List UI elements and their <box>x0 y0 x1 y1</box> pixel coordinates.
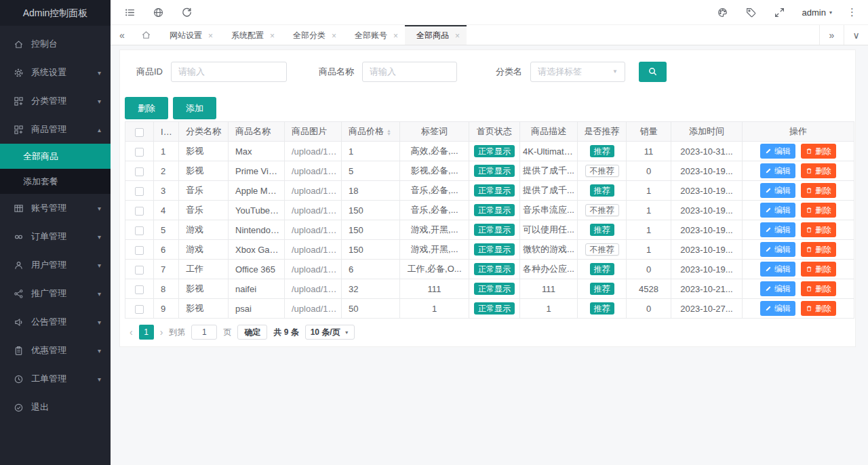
user-menu[interactable]: admin ▾ <box>802 7 832 18</box>
next-page-icon[interactable]: › <box>160 327 163 338</box>
row-checkbox[interactable] <box>135 305 144 314</box>
cell-added-time: 2023-10-19... <box>671 201 743 220</box>
sidebar-item-account-management[interactable]: 账号管理▾ <box>0 194 111 222</box>
row-checkbox[interactable] <box>135 266 144 275</box>
edit-button[interactable]: 编辑 <box>760 183 795 198</box>
edit-button[interactable]: 编辑 <box>760 144 795 159</box>
sidebar-item-discount-management[interactable]: 优惠管理▾ <box>0 336 111 365</box>
sort-icon[interactable]: ▲▼ <box>172 129 177 136</box>
tab-site-settings[interactable]: 网站设置× <box>158 25 220 45</box>
tab-close-icon[interactable]: × <box>393 31 398 41</box>
sidebar-subitem-all-products[interactable]: 全部商品 <box>0 144 111 169</box>
tab-system-config[interactable]: 系统配置× <box>220 25 281 45</box>
edit-button[interactable]: 编辑 <box>760 242 795 257</box>
sidebar-item-order-management[interactable]: 订单管理▾ <box>0 222 111 251</box>
edit-button[interactable]: 编辑 <box>760 203 795 218</box>
cell-name: Nintendo S... <box>229 220 285 240</box>
delete-selected-button[interactable]: 删除 <box>125 97 168 119</box>
refresh-icon[interactable] <box>181 7 193 18</box>
row-checkbox[interactable] <box>135 167 144 176</box>
sidebar-item-user-management[interactable]: 用户管理▾ <box>0 251 111 279</box>
edit-button[interactable]: 编辑 <box>760 262 795 277</box>
edit-button[interactable]: 编辑 <box>760 163 795 178</box>
row-checkbox[interactable] <box>135 226 144 235</box>
column-header-2: 分类名称 <box>179 122 229 142</box>
search-button[interactable] <box>639 62 667 82</box>
goto-page-input[interactable] <box>191 325 217 340</box>
row-checkbox[interactable] <box>135 187 144 196</box>
delete-button[interactable]: 删除 <box>801 163 836 178</box>
tabs-menu-icon[interactable]: ∨ <box>844 25 868 45</box>
tag-icon[interactable] <box>745 7 757 18</box>
delete-button[interactable]: 删除 <box>801 144 836 159</box>
page-size-label: 10 条/页 <box>311 327 340 338</box>
row-checkbox[interactable] <box>135 207 144 216</box>
status-badge: 正常显示 <box>474 184 515 197</box>
tabs-scroll-left-icon[interactable]: « <box>111 25 134 45</box>
column-header-3: 商品名称 <box>229 122 285 142</box>
cell-description: 提供了成千... <box>520 161 578 181</box>
tab-all-categories[interactable]: 全部分类× <box>281 25 343 45</box>
product-name-input[interactable] <box>362 62 457 82</box>
goto-confirm-button[interactable]: 确定 <box>237 325 267 340</box>
menu-collapse-icon[interactable] <box>124 7 136 18</box>
sidebar-item-announcement-management[interactable]: 公告管理▾ <box>0 308 111 336</box>
globe-icon[interactable] <box>153 7 164 18</box>
edit-button-label: 编辑 <box>774 165 791 177</box>
prev-page-icon[interactable]: ‹ <box>130 327 133 338</box>
delete-button[interactable]: 删除 <box>801 183 836 198</box>
column-header-1[interactable]: ID▲▼ <box>154 122 179 142</box>
sidebar-item-product-management[interactable]: 商品管理▴ <box>0 115 111 144</box>
delete-button[interactable]: 删除 <box>801 281 836 296</box>
delete-button[interactable]: 删除 <box>801 203 836 218</box>
category-select[interactable]: 请选择标签 ▼ <box>530 62 625 82</box>
sidebar-item-category-management[interactable]: 分类管理▾ <box>0 87 111 115</box>
products-panel: 商品ID 商品名称 分类名 请选择标签 ▼ 删除 添加 <box>119 49 856 347</box>
tab-all-accounts[interactable]: 全部账号× <box>343 25 405 45</box>
delete-button[interactable]: 删除 <box>801 301 836 316</box>
current-page-button[interactable]: 1 <box>139 325 154 340</box>
palette-icon[interactable] <box>717 7 728 18</box>
cell-actions: 编辑删除 <box>743 260 854 279</box>
edit-button[interactable]: 编辑 <box>760 281 795 296</box>
user-icon <box>14 260 24 270</box>
edit-button-label: 编辑 <box>774 224 791 236</box>
cell-added-time: 2023-10-27... <box>671 299 743 319</box>
chevron-down-icon: ▾ <box>98 98 101 105</box>
product-id-input[interactable] <box>171 62 287 82</box>
pencil-icon <box>765 148 772 155</box>
edit-button[interactable]: 编辑 <box>760 301 795 316</box>
row-checkbox[interactable] <box>135 246 144 255</box>
pencil-icon <box>765 305 772 312</box>
delete-button[interactable]: 删除 <box>801 242 836 257</box>
page-size-select[interactable]: 10 条/页 ▼ <box>305 325 355 340</box>
sidebar-subitem-add-package[interactable]: 添加套餐 <box>0 169 111 194</box>
tab-close-icon[interactable]: × <box>455 31 460 41</box>
tab-close-icon[interactable]: × <box>332 31 336 41</box>
tab-close-icon[interactable]: × <box>208 31 213 41</box>
sidebar-item-console[interactable]: 控制台 <box>0 30 111 58</box>
sidebar-item-ticket-management[interactable]: 工单管理▾ <box>0 365 111 393</box>
kebab-menu-icon[interactable]: ⋮ <box>847 6 857 18</box>
edit-button[interactable]: 编辑 <box>760 222 795 237</box>
delete-button[interactable]: 删除 <box>801 262 836 277</box>
column-header-5[interactable]: 商品价格▲▼ <box>342 122 400 142</box>
sidebar-item-system-settings[interactable]: 系统设置▾ <box>0 58 111 87</box>
select-all-checkbox[interactable] <box>135 128 144 137</box>
cell-name: naifei <box>229 279 285 299</box>
sidebar-item-promotion-management[interactable]: 推广管理▾ <box>0 279 111 308</box>
tabs-scroll-right-icon[interactable]: » <box>819 25 844 45</box>
pencil-icon <box>765 226 772 233</box>
row-checkbox[interactable] <box>135 285 144 294</box>
tab-all-products[interactable]: 全部商品× <box>405 25 467 45</box>
row-checkbox-cell <box>125 181 154 201</box>
sidebar-item-logout[interactable]: 退出 <box>0 393 111 422</box>
home-tab-icon[interactable] <box>134 25 158 45</box>
tab-close-icon[interactable]: × <box>270 31 275 41</box>
row-checkbox[interactable] <box>135 148 144 157</box>
fullscreen-icon[interactable] <box>774 7 785 18</box>
delete-button[interactable]: 删除 <box>801 222 836 237</box>
cell-id: 4 <box>154 201 179 220</box>
sort-icon[interactable]: ▲▼ <box>387 129 391 136</box>
add-product-button[interactable]: 添加 <box>173 97 216 119</box>
